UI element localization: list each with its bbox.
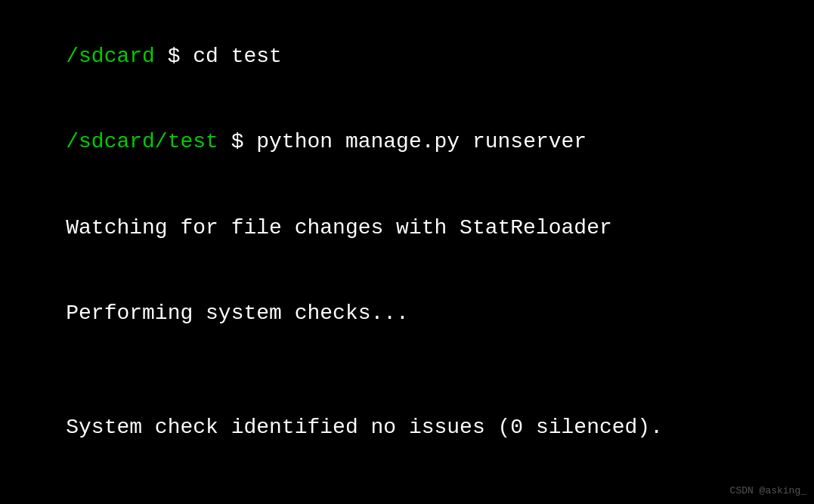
watermark: CSDN @asking_	[730, 484, 806, 498]
terminal-line-blank1	[15, 357, 799, 385]
terminal-line-6: System check identified no issues (0 sil…	[15, 385, 799, 470]
terminal-line-blank2	[15, 471, 799, 499]
output-performing: Performing system checks...	[66, 301, 409, 325]
command-1: $ cd test	[155, 45, 282, 68]
prompt-path-1: /sdcard	[66, 45, 155, 68]
terminal-container: /sdcard $ cd test /sdcard/test $ python …	[15, 14, 799, 504]
terminal-line-8: You have 17 unapplied migration(s). Your…	[15, 499, 799, 504]
terminal-line-2: /sdcard/test $ python manage.py runserve…	[15, 99, 799, 184]
terminal-line-4: Performing system checks...	[15, 271, 799, 356]
terminal-line-1: /sdcard $ cd test	[15, 14, 799, 99]
output-watching: Watching for file changes with StatReloa…	[66, 216, 612, 240]
command-2: $ python manage.py runserver	[218, 130, 587, 153]
output-system-check: System check identified no issues (0 sil…	[66, 416, 663, 439]
terminal-line-3: Watching for file changes with StatReloa…	[15, 185, 799, 271]
prompt-path-2: /sdcard/test	[66, 130, 218, 153]
